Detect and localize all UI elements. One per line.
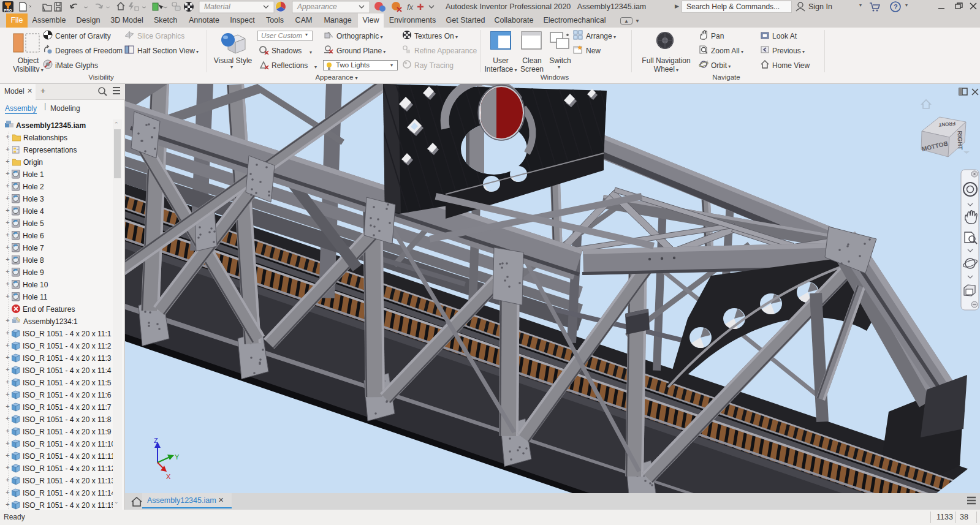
svg-text:Material: Material [204, 2, 230, 11]
svg-text:fx: fx [407, 2, 414, 12]
svg-text:X: X [166, 473, 171, 480]
svg-text:RIGHT: RIGHT [956, 130, 963, 149]
svg-text:Y: Y [175, 453, 180, 461]
svg-text:PRO: PRO [4, 9, 12, 12]
svg-text:Z: Z [154, 437, 158, 444]
svg-text:?: ? [894, 3, 898, 10]
svg-text:Appearance: Appearance [297, 2, 337, 11]
